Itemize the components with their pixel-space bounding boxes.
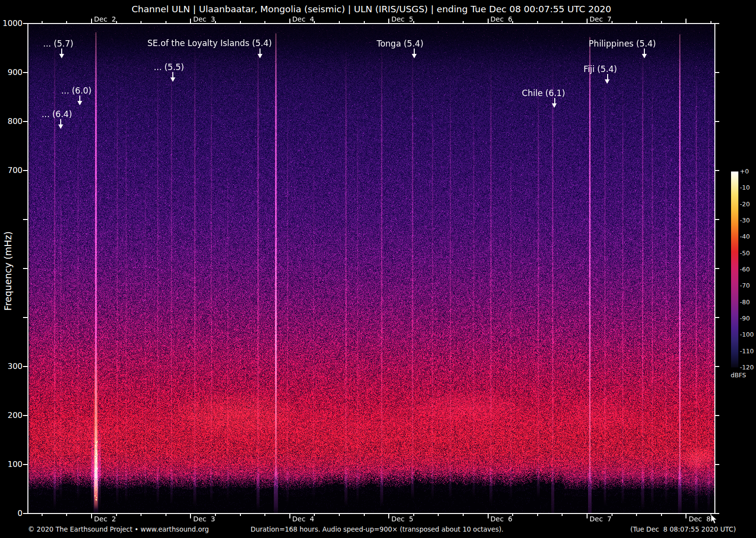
colorbar-tick-label: -20 (740, 201, 750, 208)
down-arrow-head-icon (605, 79, 610, 84)
x-tick-top (463, 21, 464, 24)
x-date-label-bottom: Dec 5 (391, 515, 413, 523)
down-arrow-head-icon (58, 124, 63, 129)
page-title: Channel ULN | Ulaanbaatar, Mongolia (sei… (28, 4, 715, 14)
down-arrow-head-icon (258, 54, 262, 58)
x-tick-bottom (339, 514, 340, 516)
y-tick-right (715, 317, 719, 318)
x-tick-top (562, 21, 563, 24)
colorbar-tick-label: -30 (740, 217, 750, 224)
x-date-label-top: Dec 7 (590, 16, 612, 23)
colorbar-unit-label: dBFS (726, 371, 751, 379)
y-tick-left (23, 219, 28, 220)
x-date-label-bottom: Dec 3 (193, 515, 215, 523)
y-tick-right (715, 23, 719, 24)
y-tick-label: 700 (0, 167, 23, 174)
y-tick-right (715, 72, 719, 73)
event-annotation-label: ... (5.7) (43, 39, 73, 48)
y-tick-right (715, 464, 719, 465)
y-tick-label: 900 (0, 69, 23, 76)
down-arrow-head-icon (59, 54, 64, 58)
colorbar-tick-label: -120 (740, 364, 754, 371)
y-tick-left (23, 464, 28, 465)
y-tick-label: 100 (0, 461, 23, 468)
x-tick-top (710, 21, 711, 24)
x-tick-top (215, 21, 216, 24)
x-tick-bottom (388, 514, 389, 518)
y-tick-left (23, 121, 28, 122)
x-date-label-top: Dec 4 (292, 16, 314, 23)
mouse-cursor-icon (710, 514, 719, 527)
colorbar-tick-label: -60 (740, 266, 750, 273)
colorbar-tick-label: -70 (740, 282, 750, 289)
y-axis-label: Frequency (mHz) (2, 197, 15, 344)
colorbar (731, 171, 738, 367)
x-tick-bottom (165, 514, 166, 516)
x-tick-top (42, 21, 43, 24)
down-arrow-head-icon (642, 54, 647, 58)
x-tick-bottom (587, 514, 588, 518)
x-tick-top (685, 19, 686, 24)
y-tick-right (715, 219, 719, 220)
y-tick-left (23, 268, 28, 269)
x-date-label-top: Dec 5 (391, 16, 413, 23)
x-tick-top (240, 21, 241, 24)
x-tick-top (661, 21, 662, 24)
x-tick-bottom (488, 514, 489, 518)
y-tick-right (715, 170, 719, 171)
x-tick-bottom (364, 514, 365, 516)
y-tick-left (23, 366, 28, 367)
x-date-label-top: Dec 3 (193, 16, 215, 23)
y-tick-label: 300 (0, 363, 23, 370)
colorbar-tick-label: -110 (740, 348, 754, 355)
x-tick-bottom (42, 514, 43, 516)
down-arrow-head-icon (412, 54, 417, 58)
y-tick-left (23, 72, 28, 73)
x-date-label-bottom: Dec 6 (491, 515, 513, 523)
x-tick-top (190, 19, 191, 24)
x-tick-bottom (413, 514, 414, 516)
footer-copyright: © 2020 The Earthsound Project • www.eart… (28, 525, 209, 533)
y-tick-right (715, 415, 719, 416)
y-tick-label: 200 (0, 412, 23, 419)
x-tick-bottom (562, 514, 563, 516)
y-tick-label: 800 (0, 118, 23, 125)
colorbar-tick-label: -90 (740, 315, 750, 322)
x-tick-top (91, 19, 92, 24)
spectrogram-figure: Channel ULN | Ulaanbaatar, Mongolia (sei… (0, 0, 756, 538)
y-tick-left (23, 415, 28, 416)
x-tick-top (364, 21, 365, 24)
colorbar-tick-label: -40 (740, 233, 750, 240)
y-tick-right (715, 268, 719, 269)
y-tick-label: 1000 (0, 20, 23, 27)
x-date-label-top: Dec 2 (94, 16, 116, 23)
x-tick-bottom (661, 514, 662, 516)
x-tick-top (438, 21, 439, 24)
colorbar-tick-label: -10 (740, 184, 750, 191)
x-tick-top (636, 21, 637, 24)
event-annotation-label: ... (5.5) (154, 63, 184, 72)
x-tick-top (165, 21, 166, 24)
x-tick-bottom (141, 514, 142, 516)
x-tick-bottom (289, 514, 290, 518)
x-tick-top (66, 21, 67, 24)
spectrogram-canvas[interactable] (28, 24, 715, 514)
colorbar-tick-label: -50 (740, 250, 750, 257)
y-tick-left (23, 317, 28, 318)
y-tick-label: 0 (0, 510, 23, 517)
x-tick-bottom (66, 514, 67, 516)
x-tick-top (587, 19, 588, 24)
x-tick-top (537, 21, 538, 24)
event-annotation-label: Fiji (5.4) (584, 65, 617, 73)
x-date-label-top: Dec 6 (491, 16, 513, 23)
down-arrow-head-icon (77, 101, 82, 105)
x-date-label-bottom: Dec 7 (590, 515, 612, 523)
x-tick-bottom (264, 514, 265, 516)
event-annotation-label: SE.of the Loyalty Islands (5.4) (147, 39, 272, 48)
x-tick-top (141, 21, 142, 24)
y-tick-right (715, 121, 719, 122)
x-tick-bottom (463, 514, 464, 516)
x-tick-bottom (240, 514, 241, 516)
x-date-label-bottom: Dec 4 (292, 515, 314, 523)
down-arrow-head-icon (170, 77, 175, 82)
